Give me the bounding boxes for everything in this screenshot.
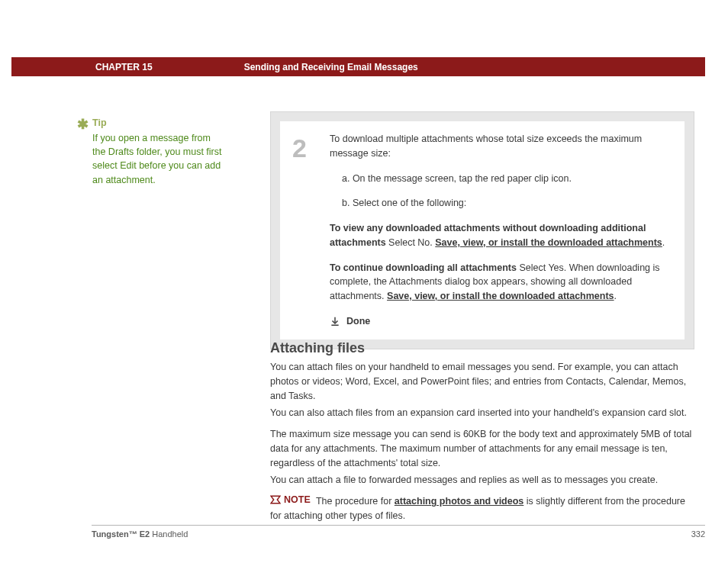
step-inner: 2 To download multiple attachments whose…: [280, 121, 685, 339]
step-card: 2 To download multiple attachments whose…: [270, 111, 694, 349]
para-4: You can attach a file to forwarded messa…: [270, 473, 694, 487]
step-content: To download multiple attachments whose t…: [330, 132, 669, 329]
chapter-number: CHAPTER 15: [95, 62, 153, 72]
note-pre: The procedure for: [316, 496, 395, 507]
note-icon: NOTE: [270, 493, 311, 507]
para-1: You can attach files on your handheld to…: [270, 360, 694, 403]
option2-lead: To continue downloading all attachments: [330, 262, 517, 273]
footer-product-bold: Tungsten™ E2: [92, 529, 150, 539]
option1-link[interactable]: Save, view, or install the downloaded at…: [435, 237, 662, 248]
step-sub-a: a. On the message screen, tap the red pa…: [342, 172, 669, 186]
footer-product-rest: Handheld: [150, 529, 188, 539]
step-intro: To download multiple attachments whose t…: [330, 132, 669, 161]
page-number: 332: [691, 529, 705, 539]
para-3: The maximum size message you can send is…: [270, 427, 694, 470]
tip-heading: Tip: [92, 116, 226, 130]
step-number: 2: [288, 132, 330, 329]
para-2: You can also attach files from an expans…: [270, 406, 694, 420]
chapter-header: CHAPTER 15 Sending and Receiving Email M…: [11, 57, 705, 76]
note-row: NOTE The procedure for attaching photos …: [270, 493, 694, 523]
download-done-icon: [330, 316, 340, 327]
done-label: Done: [346, 314, 370, 329]
done-row: Done: [330, 314, 669, 329]
note-link[interactable]: attaching photos and videos: [395, 496, 523, 507]
step-sub-b: b. Select one of the following:: [342, 196, 669, 211]
footer-product: Tungsten™ E2 Handheld: [92, 529, 188, 539]
asterisk-icon: ✱: [77, 114, 89, 134]
chapter-title: Sending and Receiving Email Messages: [244, 62, 418, 72]
tip-callout: ✱ Tip If you open a message from the Dra…: [77, 116, 226, 187]
step-option-2: To continue downloading all attachments …: [330, 261, 669, 304]
option2-link[interactable]: Save, view, or install the downloaded at…: [387, 291, 614, 301]
note-label: NOTE: [284, 493, 311, 507]
footer-rule: [92, 525, 705, 526]
section-title: Attaching files: [270, 340, 365, 356]
tip-body: If you open a message from the Drafts fo…: [92, 131, 226, 187]
step-option-1: To view any downloaded attachments witho…: [330, 221, 669, 250]
option1-text: Select No.: [386, 237, 436, 248]
